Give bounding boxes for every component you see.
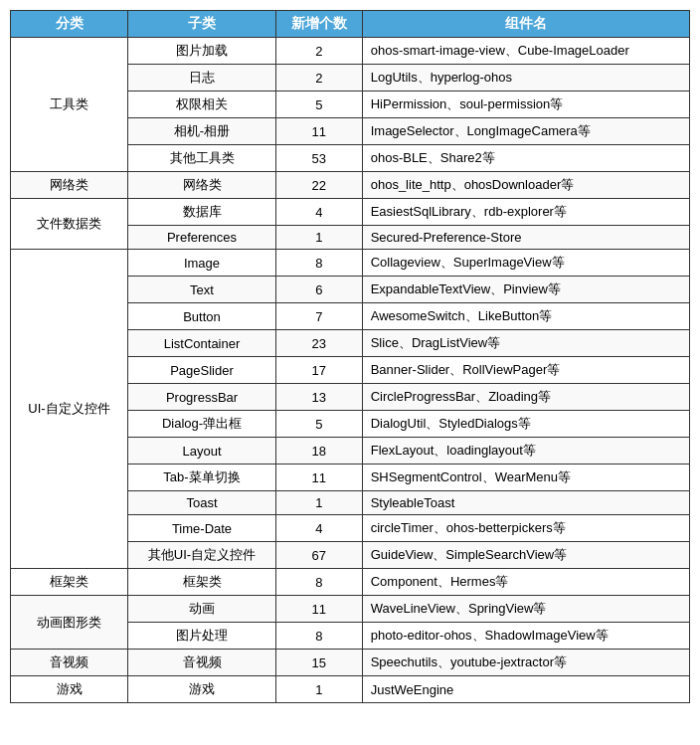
components-cell: GuideView、SimpleSearchView等 [362,542,689,569]
header-subcategory: 子类 [128,11,276,38]
count-cell: 1 [275,491,362,515]
subcategory-cell: Tab-菜单切换 [128,465,276,491]
category-cell: 工具类 [11,38,128,172]
subcategory-cell: Layout [128,438,276,465]
subcategory-cell: 游戏 [128,676,276,703]
count-cell: 22 [275,172,362,199]
count-cell: 53 [275,145,362,172]
subcategory-cell: ProgressBar [128,384,276,411]
components-cell: Collageview、SuperImageView等 [362,250,689,277]
table-row: 动画图形类动画11WaveLineView、SpringView等 [11,596,690,623]
components-cell: LogUtils、hyperlog-ohos [362,65,689,92]
subcategory-cell: 数据库 [128,199,276,226]
count-cell: 18 [275,438,362,465]
subcategory-cell: 动画 [128,596,276,623]
header-components: 组件名 [362,11,689,38]
components-cell: ImageSelector、LongImageCamera等 [362,118,689,145]
subcategory-cell: Button [128,303,276,330]
subcategory-cell: PageSlider [128,357,276,384]
components-cell: Speechutils、youtube-jextractor等 [362,650,689,676]
category-cell: 文件数据类 [11,199,128,250]
subcategory-cell: Dialog-弹出框 [128,411,276,438]
components-cell: ohos_lite_http、ohosDownloader等 [362,172,689,199]
subcategory-cell: Text [128,277,276,303]
components-cell: DialogUtil、StyledDialogs等 [362,411,689,438]
count-cell: 6 [275,277,362,303]
count-cell: 11 [275,596,362,623]
count-cell: 13 [275,384,362,411]
table-row: 文件数据类数据库4EasiestSqlLibrary、rdb-explorer等 [11,199,690,226]
components-cell: Secured-Preference-Store [362,226,689,250]
subcategory-cell: 相机-相册 [128,118,276,145]
subcategory-cell: 权限相关 [128,92,276,118]
category-cell: 音视频 [11,650,128,676]
count-cell: 4 [275,515,362,542]
components-cell: Slice、DragListView等 [362,330,689,357]
subcategory-cell: ListContainer [128,330,276,357]
components-cell: HiPermission、soul-permission等 [362,92,689,118]
components-cell: ExpandableTextView、Pinview等 [362,277,689,303]
count-cell: 2 [275,38,362,65]
category-cell: 动画图形类 [11,596,128,650]
components-cell: Banner-Slider、RollViewPager等 [362,357,689,384]
components-cell: AwesomeSwitch、LikeButton等 [362,303,689,330]
header-count: 新增个数 [275,11,362,38]
components-cell: JustWeEngine [362,676,689,703]
subcategory-cell: 图片加载 [128,38,276,65]
components-cell: ohos-BLE、Share2等 [362,145,689,172]
count-cell: 1 [275,676,362,703]
category-cell: 网络类 [11,172,128,199]
count-cell: 15 [275,650,362,676]
count-cell: 8 [275,250,362,277]
subcategory-cell: Time-Date [128,515,276,542]
count-cell: 8 [275,623,362,650]
count-cell: 17 [275,357,362,384]
components-cell: photo-editor-ohos、ShadowImageView等 [362,623,689,650]
category-cell: UI-自定义控件 [11,250,128,569]
count-cell: 11 [275,465,362,491]
subcategory-cell: Preferences [128,226,276,250]
components-cell: circleTimer、ohos-betterpickers等 [362,515,689,542]
count-cell: 67 [275,542,362,569]
components-cell: ohos-smart-image-view、Cube-ImageLoader [362,38,689,65]
table-row: 游戏游戏1JustWeEngine [11,676,690,703]
subcategory-cell: 图片处理 [128,623,276,650]
category-cell: 游戏 [11,676,128,703]
category-cell: 框架类 [11,569,128,596]
components-cell: EasiestSqlLibrary、rdb-explorer等 [362,199,689,226]
count-cell: 7 [275,303,362,330]
components-cell: SHSegmentControl、WearMenu等 [362,465,689,491]
table-row: UI-自定义控件Image8Collageview、SuperImageView… [11,250,690,277]
subcategory-cell: 其他工具类 [128,145,276,172]
components-cell: FlexLayout、loadinglayout等 [362,438,689,465]
subcategory-cell: 音视频 [128,650,276,676]
count-cell: 5 [275,92,362,118]
subcategory-cell: Image [128,250,276,277]
header-category: 分类 [11,11,128,38]
count-cell: 8 [275,569,362,596]
count-cell: 4 [275,199,362,226]
table-row: 网络类网络类22ohos_lite_http、ohosDownloader等 [11,172,690,199]
subcategory-cell: 其他UI-自定义控件 [128,542,276,569]
main-table: 分类 子类 新增个数 组件名 工具类图片加载2ohos-smart-image-… [10,10,690,703]
count-cell: 5 [275,411,362,438]
count-cell: 11 [275,118,362,145]
subcategory-cell: Toast [128,491,276,515]
count-cell: 1 [275,226,362,250]
subcategory-cell: 日志 [128,65,276,92]
table-row: 框架类框架类8Component、Hermes等 [11,569,690,596]
components-cell: Component、Hermes等 [362,569,689,596]
table-row: 音视频音视频15Speechutils、youtube-jextractor等 [11,650,690,676]
components-cell: WaveLineView、SpringView等 [362,596,689,623]
count-cell: 2 [275,65,362,92]
components-cell: StyleableToast [362,491,689,515]
subcategory-cell: 网络类 [128,172,276,199]
count-cell: 23 [275,330,362,357]
subcategory-cell: 框架类 [128,569,276,596]
components-cell: CircleProgressBar、Zloading等 [362,384,689,411]
table-row: 工具类图片加载2ohos-smart-image-view、Cube-Image… [11,38,690,65]
